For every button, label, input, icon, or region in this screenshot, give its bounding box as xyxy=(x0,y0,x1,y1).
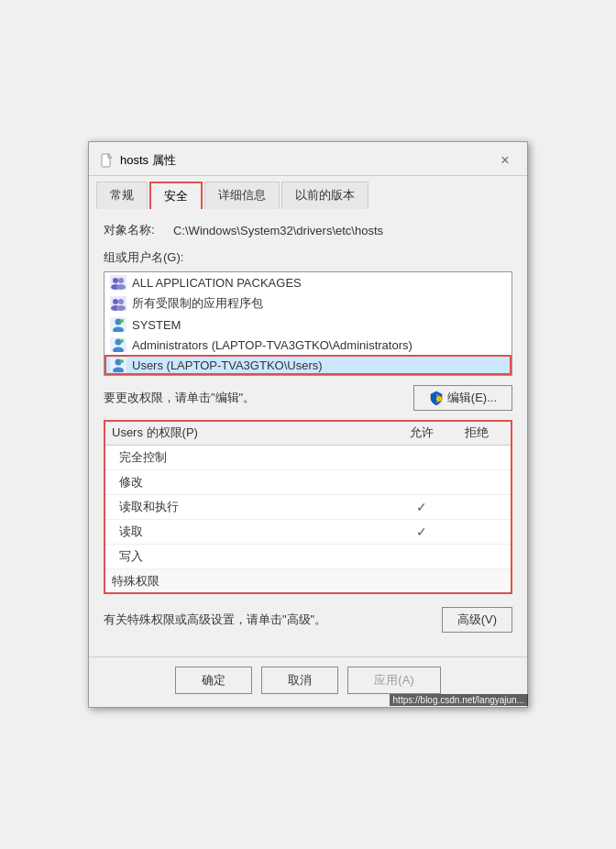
advanced-hint: 有关特殊权限或高级设置，请单击"高级"。 xyxy=(104,612,326,628)
object-name-row: 对象名称: C:\Windows\System32\drivers\etc\ho… xyxy=(104,222,512,238)
user-label: 所有受限制的应用程序包 xyxy=(132,295,263,312)
ok-button[interactable]: 确定 xyxy=(175,667,252,694)
user-icon xyxy=(110,337,126,352)
perm-row-read: 读取 ✓ xyxy=(104,520,512,545)
svg-point-3 xyxy=(113,278,118,283)
user-label: Users (LAPTOP-TVA3GTKO\Users) xyxy=(132,358,323,372)
tab-details[interactable]: 详细信息 xyxy=(204,182,280,209)
user-icon xyxy=(110,317,126,332)
tab-general[interactable]: 常规 xyxy=(96,182,148,209)
group-icon xyxy=(110,296,126,311)
perm-header-label: Users 的权限(P) xyxy=(112,424,394,441)
tab-previous[interactable]: 以前的版本 xyxy=(281,182,368,209)
edit-section: 要更改权限，请单击"编辑"。 ! 编辑(E)... xyxy=(104,385,512,411)
permissions-table: Users 的权限(P) 允许 拒绝 完全控制 修改 xyxy=(104,420,512,594)
file-icon xyxy=(100,153,115,168)
perm-allow: ✓ xyxy=(394,500,449,514)
perm-row-read-execute: 读取和执行 ✓ xyxy=(104,495,512,520)
perm-label: 读取和执行 xyxy=(119,499,394,515)
svg-point-11 xyxy=(116,305,126,311)
perm-row-write: 写入 xyxy=(104,545,512,569)
advanced-section: 有关特殊权限或高级设置，请单击"高级"。 高级(V) xyxy=(104,607,512,633)
svg-point-9 xyxy=(118,299,124,304)
perm-header-deny: 拒绝 xyxy=(449,424,504,441)
tabs-bar: 常规 安全 详细信息 以前的版本 xyxy=(89,176,527,209)
tab-security[interactable]: 安全 xyxy=(149,182,203,209)
perm-label: 特殊权限 xyxy=(112,573,394,590)
group-label: 组或用户名(G): xyxy=(104,249,512,266)
window-title: hosts 属性 xyxy=(120,152,176,169)
svg-point-4 xyxy=(118,278,124,283)
perm-row-full: 完全控制 xyxy=(104,446,512,470)
cancel-button[interactable]: 取消 xyxy=(261,667,338,694)
group-icon xyxy=(110,275,126,290)
svg-point-15 xyxy=(120,319,124,323)
perm-header-allow: 允许 xyxy=(394,424,449,441)
title-bar-left: hosts 属性 xyxy=(100,152,176,169)
svg-text:!: ! xyxy=(438,397,439,402)
user-label: Administrators (LAPTOP-TVA3GTKO\Administ… xyxy=(132,338,412,352)
close-button[interactable]: × xyxy=(494,149,516,171)
perm-label: 读取 xyxy=(119,524,394,540)
list-item[interactable]: ALL APPLICATION PACKAGES xyxy=(104,272,512,292)
user-label: ALL APPLICATION PACKAGES xyxy=(132,276,302,290)
svg-point-23 xyxy=(120,359,124,363)
user-label: SYSTEM xyxy=(132,318,181,332)
properties-dialog: hosts 属性 × 常规 安全 详细信息 以前的版本 对象名称: C:\Win… xyxy=(88,141,528,708)
edit-button-label: 编辑(E)... xyxy=(447,390,497,406)
permissions-header: Users 的权限(P) 允许 拒绝 xyxy=(104,421,512,446)
perm-allow: ✓ xyxy=(394,524,449,539)
apply-button[interactable]: 应用(A) xyxy=(347,667,440,694)
list-item[interactable]: 所有受限制的应用程序包 xyxy=(104,292,512,314)
watermark: https://blog.csdn.net/langyajun... xyxy=(390,694,528,706)
advanced-button[interactable]: 高级(V) xyxy=(442,607,512,633)
edit-button[interactable]: ! 编辑(E)... xyxy=(413,385,512,411)
title-bar: hosts 属性 × xyxy=(89,142,527,176)
object-label: 对象名称: xyxy=(104,222,159,238)
list-item[interactable]: SYSTEM xyxy=(104,314,512,335)
users-list: ALL APPLICATION PACKAGES 所有受限制的应用程序包 xyxy=(104,271,512,376)
perm-row-modify: 修改 xyxy=(104,470,512,495)
perm-label: 修改 xyxy=(119,474,394,491)
list-item-users[interactable]: Users (LAPTOP-TVA3GTKO\Users) xyxy=(104,355,512,375)
svg-point-6 xyxy=(116,284,126,290)
edit-hint: 要更改权限，请单击"编辑"。 xyxy=(104,390,255,406)
svg-point-19 xyxy=(120,339,124,343)
perm-label: 写入 xyxy=(119,548,394,565)
perm-label: 完全控制 xyxy=(119,449,394,466)
perm-row-special: 特殊权限 xyxy=(104,569,512,593)
object-value: C:\Windows\System32\drivers\etc\hosts xyxy=(173,224,383,237)
advanced-button-label: 高级(V) xyxy=(457,612,497,628)
tab-content: 对象名称: C:\Windows\System32\drivers\etc\ho… xyxy=(89,209,527,656)
svg-point-8 xyxy=(113,299,118,304)
list-item[interactable]: Administrators (LAPTOP-TVA3GTKO\Administ… xyxy=(104,335,512,355)
user-icon xyxy=(110,358,126,372)
shield-icon: ! xyxy=(429,391,444,405)
